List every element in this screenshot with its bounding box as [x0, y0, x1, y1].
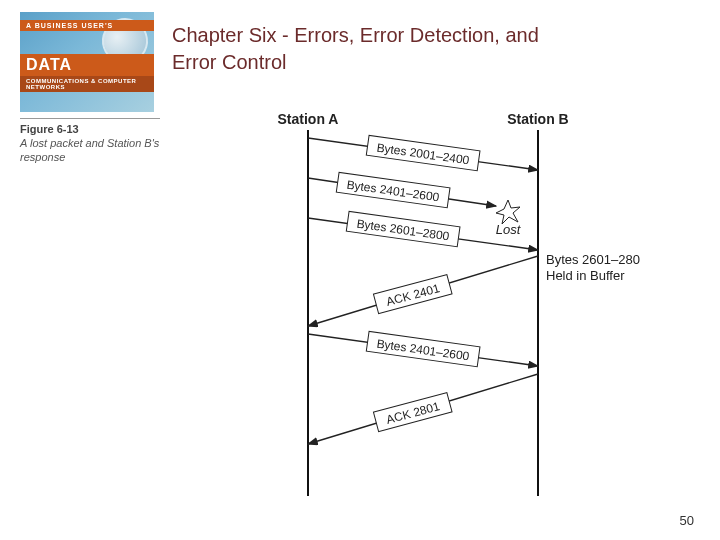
- slide-title: Chapter Six - Errors, Error Detection, a…: [172, 22, 552, 76]
- cover-big-stripe: DATA: [20, 54, 154, 76]
- sidebar-thumbnail: A BUSINESS USER'S DATA COMMUNICATIONS & …: [20, 12, 160, 164]
- side-note-line1: Bytes 2601–2800: [546, 252, 640, 267]
- lost-label: Lost: [496, 222, 522, 237]
- sequence-diagram: Station A Station B Bytes 2001–2400 Byte…: [188, 108, 640, 500]
- figure-number: Figure 6-13: [20, 123, 160, 137]
- book-cover-image: A BUSINESS USER'S DATA COMMUNICATIONS & …: [20, 12, 154, 112]
- page-number: 50: [680, 513, 694, 528]
- cover-mid-stripe: COMMUNICATIONS & COMPUTER NETWORKS: [20, 76, 154, 92]
- lost-icon: [496, 200, 520, 224]
- figure-caption: A lost packet and Station B's response: [20, 137, 160, 165]
- figure-meta: Figure 6-13 A lost packet and Station B'…: [20, 118, 160, 164]
- cover-top-stripe: A BUSINESS USER'S: [20, 20, 154, 31]
- side-note-line2: Held in Buffer: [546, 268, 625, 283]
- station-a-label: Station A: [278, 111, 339, 127]
- station-b-label: Station B: [507, 111, 568, 127]
